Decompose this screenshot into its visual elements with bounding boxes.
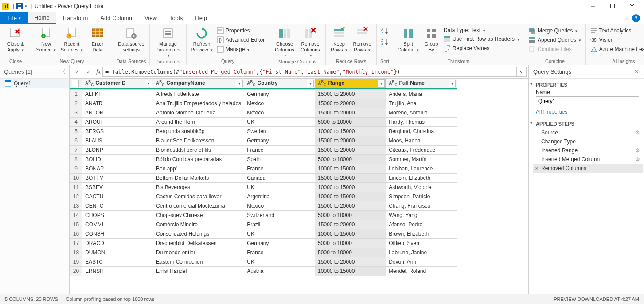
cell[interactable]: Switzerland bbox=[244, 211, 315, 220]
cell[interactable]: UK bbox=[244, 257, 315, 267]
row-number[interactable]: 6 bbox=[70, 136, 82, 146]
cell[interactable]: Hardy, Thomas bbox=[386, 118, 457, 127]
cell[interactable]: BOLID bbox=[82, 155, 153, 164]
properties-button[interactable]: Properties bbox=[215, 26, 266, 35]
cell[interactable]: Lincoln, Elizabeth bbox=[386, 174, 457, 183]
column-filter-dropdown[interactable]: ▼ bbox=[307, 80, 314, 87]
table-row[interactable]: 14CHOPSChop-suey ChineseSwitzerland5000 … bbox=[70, 211, 457, 220]
table-row[interactable]: 10BOTTMBottom-Dollar MarketsCanada15000 … bbox=[70, 174, 457, 183]
cell[interactable]: Eastern Connection bbox=[153, 257, 244, 267]
table-row[interactable]: 16CONSHConsolidated HoldingsUK10000 to 1… bbox=[70, 229, 457, 239]
table-row[interactable]: 19EASTCEastern ConnectionUK15000 to 2000… bbox=[70, 257, 457, 267]
queries-panel-collapse-icon[interactable]: 〈 bbox=[60, 68, 66, 76]
data-grid[interactable]: ABC CustomerID▼ABC CompanyName▼ABC Count… bbox=[70, 79, 528, 294]
cell[interactable]: 10000 to 15000 bbox=[315, 127, 386, 136]
table-row[interactable]: 15COMMIComércio MineiroBrazil15000 to 20… bbox=[70, 220, 457, 229]
cell[interactable]: 5000 to 10000 bbox=[315, 211, 386, 220]
cell[interactable]: Germany bbox=[244, 239, 315, 248]
formula-cancel-button[interactable]: ✕ bbox=[71, 67, 83, 77]
column-header[interactable]: ABC CustomerID▼ bbox=[82, 79, 153, 88]
remove-rows-button[interactable]: Remove Rows bbox=[351, 25, 374, 54]
qat-dropdown[interactable]: ▾ bbox=[25, 4, 27, 8]
cell[interactable]: UK bbox=[244, 229, 315, 239]
cell[interactable]: EASTC bbox=[82, 257, 153, 267]
grid-corner[interactable] bbox=[70, 79, 82, 88]
cell[interactable]: 15000 to 20000 bbox=[315, 201, 386, 211]
cell[interactable]: BONAP bbox=[82, 164, 153, 174]
vision-button[interactable]: Vision bbox=[589, 36, 644, 44]
cell[interactable]: Ernst Handel bbox=[153, 267, 244, 276]
column-filter-dropdown[interactable]: ▼ bbox=[236, 80, 243, 87]
row-number[interactable]: 8 bbox=[70, 155, 82, 164]
replace-values-button[interactable]: 12Replace Values bbox=[442, 44, 521, 53]
row-number[interactable]: 9 bbox=[70, 164, 82, 174]
gear-icon[interactable]: ⚙ bbox=[635, 156, 640, 162]
type-text-icon[interactable]: ABC bbox=[318, 79, 327, 87]
cell[interactable]: Ottlieb, Sven bbox=[386, 239, 457, 248]
cell[interactable]: 15000 to 20000 bbox=[315, 174, 386, 183]
close-apply-button[interactable]: Close & Apply bbox=[3, 25, 28, 54]
cell[interactable]: Berglund, Christina bbox=[386, 127, 457, 136]
formula-input[interactable]: = Table.RemoveColumns(#"Inserted Merged … bbox=[102, 67, 517, 77]
group-by-button[interactable]: Group By bbox=[422, 25, 441, 54]
row-number[interactable]: 11 bbox=[70, 183, 82, 192]
cell[interactable]: Comércio Mineiro bbox=[153, 220, 244, 229]
gear-icon[interactable]: ⚙ bbox=[635, 147, 640, 154]
cell[interactable]: ERNSH bbox=[82, 267, 153, 276]
table-row[interactable]: 12CACTUCactus Comidas para llevarArgenti… bbox=[70, 192, 457, 201]
cell[interactable]: Spain bbox=[244, 155, 315, 164]
merge-queries-button[interactable]: Merge Queries bbox=[527, 26, 583, 35]
cell[interactable]: ANATR bbox=[82, 99, 153, 108]
refresh-preview-button[interactable]: Refresh Preview bbox=[189, 25, 214, 54]
table-select-icon[interactable] bbox=[72, 80, 79, 87]
cell[interactable]: Bon app' bbox=[153, 164, 244, 174]
row-number[interactable]: 14 bbox=[70, 211, 82, 220]
formula-expand-button[interactable] bbox=[517, 67, 527, 77]
cell[interactable]: Alfreds Futterkiste bbox=[153, 90, 244, 99]
cell[interactable]: Berglunds snabbköp bbox=[153, 127, 244, 136]
row-number[interactable]: 18 bbox=[70, 248, 82, 257]
gear-icon[interactable]: ⚙ bbox=[635, 130, 640, 136]
text-analytics-button[interactable]: Text Analytics bbox=[589, 26, 644, 35]
cell[interactable]: BSBEV bbox=[82, 183, 153, 192]
remove-columns-button[interactable]: Remove Columns bbox=[298, 25, 323, 59]
row-number[interactable]: 20 bbox=[70, 267, 82, 276]
cell[interactable]: 10000 to 15000 bbox=[315, 267, 386, 276]
cell[interactable]: B's Beverages bbox=[153, 183, 244, 192]
tab-help[interactable]: Help bbox=[189, 12, 213, 24]
row-number[interactable]: 4 bbox=[70, 118, 82, 127]
cell[interactable]: Drachenblut Delikatessen bbox=[153, 239, 244, 248]
cell[interactable]: France bbox=[244, 248, 315, 257]
column-header[interactable]: ABC Country▼ bbox=[244, 79, 315, 88]
type-text-icon[interactable]: ABC bbox=[85, 79, 94, 87]
manage-parameters-button[interactable]: Manage Parameters bbox=[152, 25, 183, 59]
row-number[interactable]: 7 bbox=[70, 146, 82, 155]
minimize-button[interactable] bbox=[583, 0, 603, 12]
cell[interactable]: Sommer, Martín bbox=[386, 155, 457, 164]
cell[interactable]: 10000 to 15000 bbox=[315, 183, 386, 192]
row-number[interactable]: 2 bbox=[70, 99, 82, 108]
row-number[interactable]: 3 bbox=[70, 108, 82, 118]
column-filter-dropdown[interactable]: ▼ bbox=[145, 80, 152, 87]
cell[interactable]: Germany bbox=[244, 90, 315, 99]
properties-section-header[interactable]: PROPERTIES bbox=[529, 79, 644, 89]
cell[interactable]: BLONP bbox=[82, 146, 153, 155]
tab-add-column[interactable]: Add Column bbox=[94, 12, 138, 24]
cell[interactable]: CACTU bbox=[82, 192, 153, 201]
cell[interactable]: 15000 to 20000 bbox=[315, 220, 386, 229]
table-row[interactable]: 9BONAPBon app'France10000 to 15000Lebiha… bbox=[70, 164, 457, 174]
help-icon[interactable]: ? bbox=[632, 14, 640, 22]
cell[interactable]: Citeaux, Frédérique bbox=[386, 146, 457, 155]
cell[interactable]: Brazil bbox=[244, 220, 315, 229]
save-icon[interactable] bbox=[16, 3, 23, 10]
table-row[interactable]: 17DRACDDrachenblut DelikatessenGermany50… bbox=[70, 239, 457, 248]
data-type-button[interactable]: Data Type: Text bbox=[442, 26, 521, 34]
cell[interactable]: Brown, Elizabeth bbox=[386, 229, 457, 239]
cell[interactable]: France bbox=[244, 164, 315, 174]
recent-sources-button[interactable]: Recent Sources bbox=[59, 25, 84, 54]
table-row[interactable]: 18DUMONDu monde entierFrance5000 to 1000… bbox=[70, 248, 457, 257]
row-number[interactable]: 12 bbox=[70, 192, 82, 201]
row-number[interactable]: 17 bbox=[70, 239, 82, 248]
sort-asc-button[interactable]: AZ bbox=[379, 25, 390, 36]
cell[interactable]: 15000 to 20000 bbox=[315, 257, 386, 267]
